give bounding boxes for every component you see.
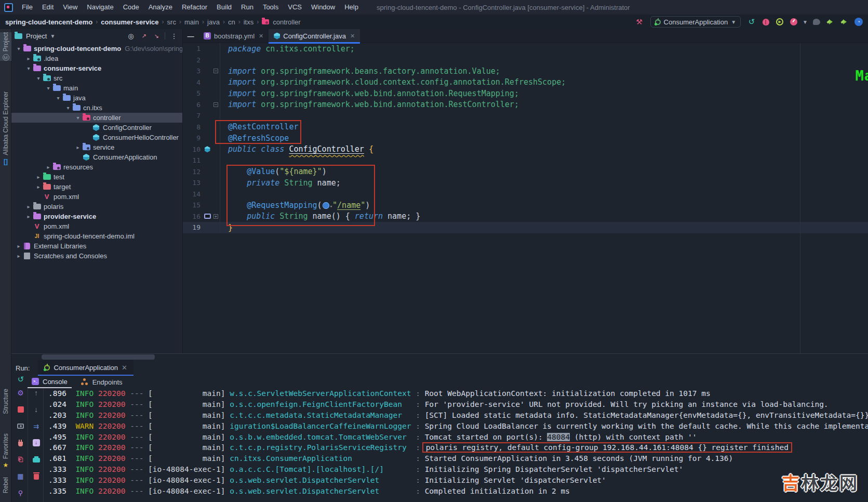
- collapse-all-icon[interactable]: ↘: [151, 31, 161, 41]
- profiler-chevron-icon[interactable]: ▼: [803, 19, 808, 25]
- print-icon[interactable]: [32, 455, 41, 464]
- preview-bird-icon[interactable]: [811, 17, 822, 27]
- menu-run[interactable]: Run: [236, 0, 258, 15]
- project-panel-title[interactable]: Project: [26, 32, 47, 40]
- editor-tab-bootstrap.yml[interactable]: Bbootstrap.yml✕: [198, 29, 269, 43]
- more-options-icon[interactable]: ⋮: [169, 31, 179, 41]
- chevron-right-icon[interactable]: ▸: [34, 174, 43, 180]
- stripe-button-project[interactable]: ProjectM: [0, 32, 11, 61]
- tree-item-resources[interactable]: ▸resources: [11, 162, 182, 172]
- scroll-to-end-icon[interactable]: ↓: [32, 438, 41, 447]
- editor-scrollbar-track[interactable]: [800, 43, 800, 353]
- code-line-19[interactable]: 19}: [183, 222, 868, 233]
- chevron-down-icon[interactable]: ▾: [34, 75, 43, 81]
- chevron-right-icon[interactable]: ▸: [24, 56, 33, 61]
- endpoint-gutter-icon[interactable]: [203, 214, 212, 219]
- tree-item-service[interactable]: ▸service: [11, 142, 182, 152]
- console-tab-endpoints[interactable]: Endpoints: [77, 376, 127, 388]
- menu-analyze[interactable]: Analyze: [144, 0, 177, 15]
- breadcrumb-item-main[interactable]: main: [183, 18, 200, 26]
- chevron-right-icon[interactable]: ▸: [15, 243, 23, 249]
- class-gutter-icon[interactable]: [203, 146, 212, 152]
- run-button[interactable]: ↺: [746, 17, 757, 27]
- chevron-down-icon[interactable]: ▾: [15, 46, 23, 51]
- tree-item-ExternalLibraries[interactable]: ▸External Libraries: [11, 241, 182, 251]
- exit-icon[interactable]: ⎗: [16, 455, 25, 464]
- tree-item-pom.xml[interactable]: Vpom.xml: [11, 192, 182, 202]
- menu-refactor[interactable]: Refactor: [177, 0, 212, 15]
- clear-console-icon[interactable]: [32, 471, 41, 481]
- breadcrumb-item-src[interactable]: src: [166, 18, 177, 26]
- stripe-button-rebel[interactable]: Rebel: [0, 477, 11, 493]
- fold-minus-icon[interactable]: –: [212, 65, 220, 77]
- chevron-right-icon[interactable]: ▸: [24, 204, 33, 209]
- run-content-tab[interactable]: ConsumerApplication ✕: [38, 360, 133, 376]
- code-line-6[interactable]: 6–import org.springframework.web.bind.an…: [183, 99, 868, 111]
- chevron-right-icon[interactable]: ▸: [74, 144, 82, 150]
- breadcrumb-item-cn[interactable]: cn: [227, 18, 236, 26]
- code-line-9[interactable]: 9@RefreshScope: [183, 133, 868, 144]
- code-line-8[interactable]: 8@RestController: [183, 122, 868, 133]
- code-line-16[interactable]: 16+ public String name() { return name; …: [183, 211, 868, 222]
- locate-icon[interactable]: ◎: [126, 31, 136, 41]
- menu-code[interactable]: Code: [118, 0, 144, 15]
- stop-icon[interactable]: [16, 405, 25, 414]
- code-line-15[interactable]: 15 @RequestMapping(▾"/name"): [183, 200, 868, 211]
- tree-item-.idea[interactable]: ▸.idea: [11, 54, 182, 63]
- code-line-10[interactable]: 10public class ConfigController {: [183, 144, 868, 155]
- breadcrumb-item-itxs[interactable]: itxs: [243, 18, 255, 26]
- thread-dump-plug-icon[interactable]: [16, 438, 25, 447]
- chevron-down-icon[interactable]: ▾: [54, 95, 62, 101]
- expand-all-icon[interactable]: ↗: [138, 31, 149, 41]
- up-stacktrace-icon[interactable]: ↑: [32, 388, 41, 398]
- code-line-7[interactable]: 7: [183, 110, 868, 122]
- chevron-down-icon[interactable]: ▾: [64, 105, 72, 111]
- horizontal-scrollbar-thumb[interactable]: [42, 354, 155, 360]
- fold-plus-icon[interactable]: +: [212, 211, 220, 222]
- tree-item-target[interactable]: ▸target: [11, 182, 182, 192]
- debug-button[interactable]: [760, 17, 771, 27]
- console-tab-console[interactable]: >_Console: [28, 376, 72, 388]
- chevron-right-icon[interactable]: ▸: [15, 253, 23, 259]
- close-icon[interactable]: ✕: [122, 364, 127, 372]
- menu-edit[interactable]: Edit: [37, 0, 58, 15]
- tree-item-consumer-service[interactable]: ▾consumer-service: [11, 63, 182, 73]
- tree-item-provider-service[interactable]: ▸provider-service: [11, 212, 182, 221]
- close-icon[interactable]: ✕: [259, 33, 263, 39]
- coverage-button[interactable]: ▶: [774, 17, 785, 27]
- tree-item-ConsumerHelloController[interactable]: ConsumerHelloController: [11, 133, 182, 142]
- tree-item-pom.xml[interactable]: Vpom.xml: [11, 221, 182, 231]
- chevron-down-icon[interactable]: ▾: [44, 85, 52, 91]
- close-icon[interactable]: ✕: [350, 33, 355, 39]
- run-configuration-select[interactable]: ConsumerApplication ▼: [650, 16, 741, 28]
- tree-item-polaris[interactable]: ▸polaris: [11, 202, 182, 212]
- stripe-button-favorites[interactable]: Favorites★: [0, 433, 11, 469]
- tree-item-cn.itxs[interactable]: ▾cn.itxs: [11, 103, 182, 113]
- code-line-14[interactable]: 14: [183, 189, 868, 200]
- settings-gear-icon[interactable]: ⚙: [16, 388, 25, 398]
- code-line-5[interactable]: 5import org.springframework.web.bind.ann…: [183, 88, 868, 99]
- tree-item-java[interactable]: ▾java: [11, 93, 182, 103]
- tree-item-ConfigController[interactable]: ConfigController: [11, 123, 182, 133]
- code-line-3[interactable]: 3–import org.springframework.beans.facto…: [183, 65, 868, 77]
- chevron-right-icon[interactable]: ▸: [44, 164, 52, 170]
- tree-item-main[interactable]: ▾main: [11, 83, 182, 93]
- code-line-13[interactable]: 13 private String name;: [183, 177, 868, 189]
- tree-item-ScratchesandConsoles[interactable]: ▸Scratches and Consoles: [11, 251, 182, 261]
- rocket-debug-icon[interactable]: [839, 17, 850, 27]
- chevron-right-icon[interactable]: ▸: [24, 214, 33, 219]
- build-hammer-icon[interactable]: ⚒: [634, 17, 645, 27]
- code-line-12[interactable]: 12 @Value("${name}"): [183, 166, 868, 178]
- menu-vcs[interactable]: VCS: [283, 0, 306, 15]
- code-line-11[interactable]: 11: [183, 155, 868, 166]
- chevron-down-icon[interactable]: ▾: [24, 65, 33, 71]
- pin-icon[interactable]: ⚲: [16, 488, 25, 497]
- tree-item-controller[interactable]: ▾controller: [11, 113, 182, 123]
- breadcrumb-item-consumer-service[interactable]: consumer-service: [100, 18, 159, 26]
- editor-tab-ConfigController.java[interactable]: ConfigController.java✕: [269, 29, 360, 43]
- stripe-button-structure[interactable]: Structure: [0, 389, 11, 417]
- layout-grid-icon[interactable]: ▦: [16, 471, 25, 481]
- stripe-button-alibaba-cloud-explorer[interactable]: Alibaba Cloud Explorer[]: [0, 91, 11, 165]
- menu-help[interactable]: Help: [340, 0, 363, 15]
- menu-build[interactable]: Build: [212, 0, 236, 15]
